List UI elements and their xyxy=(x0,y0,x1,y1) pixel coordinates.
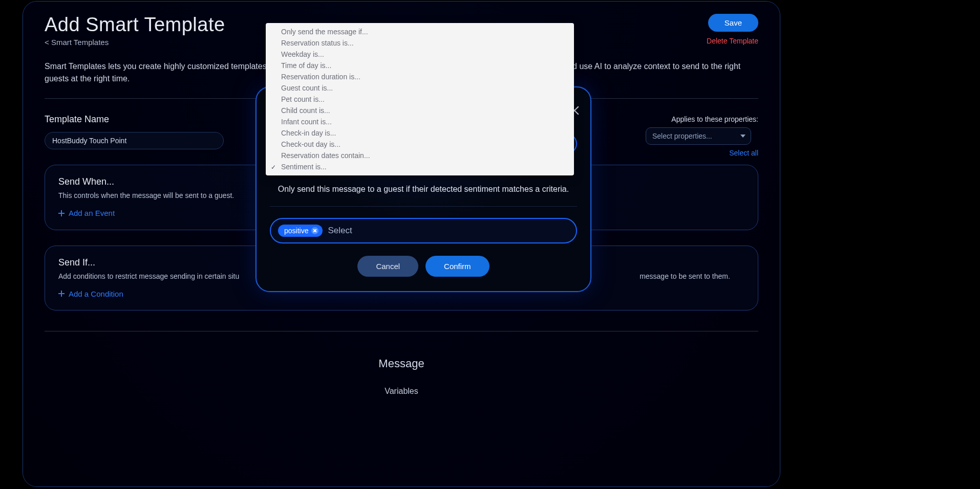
dropdown-option[interactable]: Reservation dates contain... xyxy=(266,150,574,161)
condition-type-dropdown: Only send the message if...Reservation s… xyxy=(266,23,574,175)
message-heading: Message xyxy=(45,357,758,370)
sentiment-chip-label: positive xyxy=(284,227,308,235)
properties-placeholder: Select properties... xyxy=(652,132,712,140)
dropdown-option[interactable]: Child count is... xyxy=(266,105,574,116)
properties-label: Applies to these properties: xyxy=(646,115,758,123)
plus-icon xyxy=(58,210,65,216)
confirm-button[interactable]: Confirm xyxy=(425,256,489,277)
plus-icon xyxy=(58,291,65,297)
cancel-button[interactable]: Cancel xyxy=(357,256,418,277)
dropdown-option[interactable]: Check-in day is... xyxy=(266,127,574,139)
chip-remove-icon[interactable] xyxy=(311,227,318,234)
template-name-input[interactable] xyxy=(45,132,224,149)
divider xyxy=(45,331,758,331)
dropdown-option[interactable]: Reservation duration is... xyxy=(266,71,574,82)
dropdown-option[interactable]: Weekday is... xyxy=(266,49,574,60)
delete-template-button[interactable]: Delete Template xyxy=(707,37,758,45)
condition-description: Only send this message to a guest if the… xyxy=(270,185,577,194)
properties-select[interactable]: Select properties... xyxy=(646,127,751,145)
dropdown-option[interactable]: Reservation status is... xyxy=(266,37,574,49)
dropdown-option[interactable]: Guest count is... xyxy=(266,82,574,94)
dropdown-option[interactable]: Check-out day is... xyxy=(266,139,574,150)
divider xyxy=(270,206,577,207)
breadcrumb[interactable]: < Smart Templates xyxy=(45,38,109,47)
dropdown-option[interactable]: Time of day is... xyxy=(266,60,574,71)
dropdown-option[interactable]: Sentiment is... xyxy=(266,161,574,172)
dropdown-option[interactable]: Only send the message if... xyxy=(266,26,574,37)
dropdown-option[interactable]: Pet count is... xyxy=(266,94,574,105)
select-all-button[interactable]: Select all xyxy=(646,149,758,157)
add-condition-label: Add a Condition xyxy=(69,290,123,298)
multiselect-placeholder: Select xyxy=(328,226,352,236)
variables-heading: Variables xyxy=(45,387,758,396)
add-event-label: Add an Event xyxy=(69,209,115,217)
add-condition-button[interactable]: Add a Condition xyxy=(58,290,123,298)
dropdown-option[interactable]: Infant count is... xyxy=(266,116,574,127)
sentiment-chip: positive xyxy=(278,225,323,237)
save-button[interactable]: Save xyxy=(708,14,758,32)
sentiment-multiselect[interactable]: positive Select xyxy=(270,218,577,243)
add-event-button[interactable]: Add an Event xyxy=(58,209,115,217)
